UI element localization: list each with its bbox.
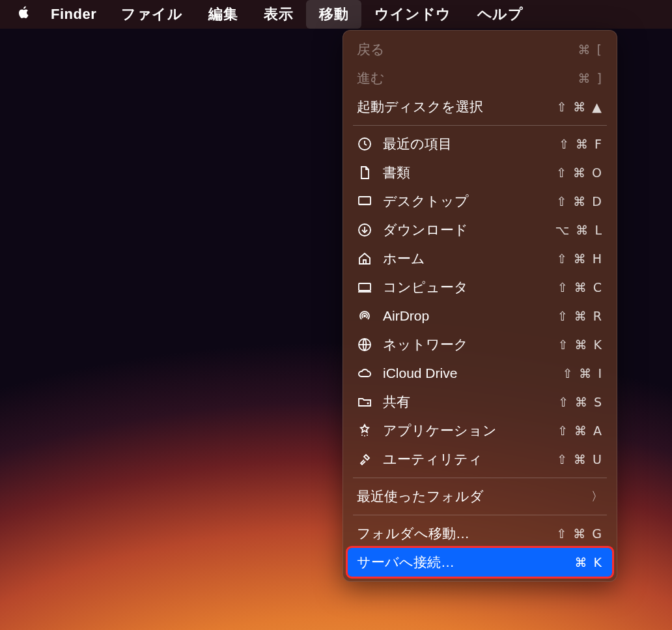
- shortcut: ⇧ ⌘ S: [558, 395, 603, 409]
- shortcut: ⇧ ⌘ F: [559, 137, 603, 151]
- shortcut: ⇧ ⌘ H: [557, 251, 603, 266]
- svg-point-10: [367, 435, 368, 436]
- cloud-icon: [357, 365, 383, 381]
- svg-point-7: [367, 403, 369, 405]
- svg-point-9: [364, 435, 365, 437]
- menu-item-back: 戻る ⌘ [: [348, 35, 612, 64]
- menu-item-connect-server[interactable]: サーバへ接続… ⌘ K: [348, 548, 612, 577]
- menu-item-label: コンピュータ: [383, 278, 557, 296]
- menu-item-label: 最近の項目: [383, 135, 559, 153]
- menu-item-utilities[interactable]: ユーティリティ ⇧ ⌘ U: [348, 445, 612, 474]
- menu-item-label: AirDrop: [383, 308, 557, 324]
- menu-separator: [353, 125, 607, 126]
- menu-item-network[interactable]: ネットワーク ⇧ ⌘ K: [348, 330, 612, 359]
- menu-item-startup-disk[interactable]: 起動ディスクを選択 ⇧ ⌘ ▲: [348, 93, 612, 121]
- svg-rect-4: [359, 283, 371, 291]
- shortcut: ⇧ ⌘ D: [556, 194, 603, 208]
- svg-rect-2: [359, 203, 371, 205]
- menu-view[interactable]: 表示: [251, 0, 306, 29]
- chevron-right-icon: 〉: [591, 489, 603, 504]
- menu-separator: [353, 478, 607, 478]
- menu-item-icloud[interactable]: iCloud Drive ⇧ ⌘ I: [348, 359, 612, 388]
- menu-item-goto-folder[interactable]: フォルダへ移動… ⇧ ⌘ G: [348, 519, 612, 548]
- desktop: Finder ファイル 編集 表示 移動 ウインドウ ヘルプ 戻る ⌘ [ 進む…: [0, 0, 672, 630]
- clock-icon: [357, 136, 383, 152]
- airdrop-icon: [357, 308, 383, 324]
- menu-go[interactable]: 移動: [306, 0, 361, 29]
- menu-item-label: 進む: [357, 69, 578, 87]
- shortcut: ⇧ ⌘ A: [557, 423, 603, 438]
- shortcut: ⌘ [: [578, 42, 603, 57]
- menu-window[interactable]: ウインドウ: [361, 0, 464, 29]
- menubar: Finder ファイル 編集 表示 移動 ウインドウ ヘルプ: [0, 0, 672, 29]
- network-icon: [357, 337, 383, 352]
- shortcut: ⇧ ⌘ O: [556, 165, 603, 180]
- menu-item-label: ホーム: [383, 250, 557, 268]
- shortcut: ⇧ ⌘ R: [557, 309, 603, 323]
- shortcut: ⌥ ⌘ L: [555, 223, 603, 237]
- menu-item-label: デスクトップ: [383, 192, 556, 210]
- desktop-icon: [357, 193, 383, 209]
- menu-item-label: ユーティリティ: [383, 450, 557, 468]
- menu-item-downloads[interactable]: ダウンロード ⌥ ⌘ L: [348, 216, 612, 244]
- downloads-icon: [357, 222, 383, 238]
- home-icon: [357, 251, 383, 266]
- menu-item-computer[interactable]: コンピュータ ⇧ ⌘ C: [348, 273, 612, 302]
- document-icon: [357, 165, 383, 180]
- shortcut: ⇧ ⌘ C: [557, 280, 603, 294]
- menu-item-label: ネットワーク: [383, 336, 558, 354]
- applications-icon: [357, 423, 383, 438]
- frontmost-app-name[interactable]: Finder: [39, 6, 108, 23]
- menu-item-desktop[interactable]: デスクトップ ⇧ ⌘ D: [348, 187, 612, 216]
- menu-item-label: ダウンロード: [383, 221, 555, 239]
- menu-item-applications[interactable]: アプリケーション ⇧ ⌘ A: [348, 416, 612, 445]
- menu-item-label: 書類: [383, 164, 556, 182]
- menu-item-documents[interactable]: 書類 ⇧ ⌘ O: [348, 158, 612, 187]
- menu-item-home[interactable]: ホーム ⇧ ⌘ H: [348, 244, 612, 273]
- menu-edit[interactable]: 編集: [195, 0, 251, 29]
- shared-folder-icon: [357, 394, 383, 410]
- menu-item-label: 戻る: [357, 40, 578, 59]
- menu-item-label: フォルダへ移動…: [357, 524, 556, 543]
- menu-item-label: サーバへ接続…: [357, 553, 575, 571]
- menu-item-recent-folders[interactable]: 最近使ったフォルダ 〉: [348, 482, 612, 511]
- menu-item-label: 共有: [383, 393, 558, 411]
- shortcut: ⌘ K: [575, 555, 604, 569]
- menu-item-airdrop[interactable]: AirDrop ⇧ ⌘ R: [348, 302, 612, 330]
- shortcut: ⇧ ⌘ ▲: [556, 100, 603, 114]
- apple-menu[interactable]: [9, 0, 39, 29]
- menu-item-forward: 進む ⌘ ]: [348, 64, 612, 93]
- menu-item-label: 起動ディスクを選択: [357, 98, 556, 116]
- menu-file[interactable]: ファイル: [108, 0, 195, 29]
- menu-item-label: iCloud Drive: [383, 365, 562, 381]
- menu-item-label: 最近使ったフォルダ: [357, 487, 591, 506]
- utilities-icon: [357, 451, 383, 467]
- menu-item-shared[interactable]: 共有 ⇧ ⌘ S: [348, 388, 612, 416]
- svg-point-5: [363, 315, 366, 317]
- shortcut: ⌘ ]: [578, 71, 603, 85]
- svg-point-8: [361, 435, 363, 436]
- menu-item-recents[interactable]: 最近の項目 ⇧ ⌘ F: [348, 130, 612, 158]
- shortcut: ⇧ ⌘ G: [556, 526, 603, 541]
- computer-icon: [357, 279, 383, 295]
- shortcut: ⇧ ⌘ U: [557, 452, 603, 466]
- menu-help[interactable]: ヘルプ: [464, 0, 537, 29]
- shortcut: ⇧ ⌘ K: [558, 337, 603, 352]
- apple-logo-icon: [17, 5, 31, 23]
- go-menu-dropdown: 戻る ⌘ [ 進む ⌘ ] 起動ディスクを選択 ⇧ ⌘ ▲ 最近の項目 ⇧ ⌘ …: [343, 30, 617, 582]
- menu-item-label: アプリケーション: [383, 422, 557, 440]
- menu-separator: [353, 515, 607, 515]
- shortcut: ⇧ ⌘ I: [562, 366, 603, 380]
